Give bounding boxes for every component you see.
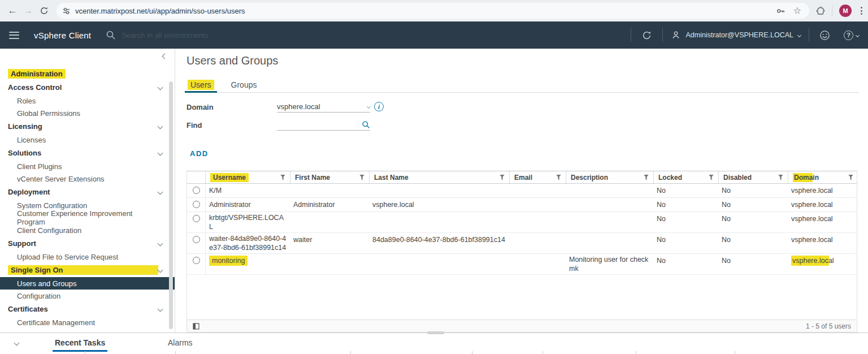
sidebar-item-label: Administration <box>8 69 66 79</box>
tab-recent-tasks[interactable]: Recent Tasks <box>55 338 105 347</box>
sidebar-item-vcenter-server-extensions[interactable]: vCenter Server Extensions <box>0 172 175 185</box>
cell-disabled: No <box>718 233 788 253</box>
cell-text-locked: No <box>657 186 666 195</box>
find-field[interactable] <box>277 119 370 131</box>
sidebar-item-global-permissions[interactable]: Global Permissions <box>0 107 175 119</box>
chevron-down-icon <box>158 189 163 195</box>
cell-text-disabled: No <box>722 200 731 209</box>
sidebar-item-roles[interactable]: Roles <box>0 94 175 107</box>
column-label: Last Name <box>374 174 409 182</box>
filter-icon[interactable] <box>709 175 714 180</box>
browser-back-icon[interactable]: ← <box>5 3 20 19</box>
chevron-down-icon <box>856 33 860 37</box>
cell-last_name: vsphere.local <box>369 198 509 211</box>
address-bar[interactable]: vcenter.matrixpost.net/ui/app/admin/sso-… <box>57 3 809 19</box>
filter-icon[interactable] <box>644 175 649 180</box>
row-radio[interactable] <box>193 257 200 264</box>
hamburger-menu-icon[interactable] <box>9 32 19 39</box>
filter-icon[interactable] <box>778 175 783 180</box>
tab-alarms[interactable]: Alarms <box>168 338 193 347</box>
sidebar-item-customer-experience-improvement-program[interactable]: Customer Experience Improvement Program <box>0 211 175 224</box>
table-row[interactable]: K/MNoNovsphere.local <box>187 184 857 198</box>
row-radio[interactable] <box>193 236 200 243</box>
column-header-email[interactable]: Email <box>509 171 566 183</box>
help-menu[interactable]: ? <box>840 31 862 40</box>
browser-reload-icon[interactable] <box>36 3 52 19</box>
chevron-down-icon <box>797 33 801 37</box>
cell-locked: No <box>653 233 718 253</box>
column-header-disabled[interactable]: Disabled <box>718 171 788 183</box>
cell-email <box>509 184 566 197</box>
bookmark-star-icon[interactable]: ☆ <box>793 6 801 15</box>
sidebar-item-certificate-management[interactable]: Certificate Management <box>0 316 175 329</box>
column-header-username[interactable]: Username <box>205 171 290 183</box>
site-settings-icon[interactable] <box>62 7 71 15</box>
browser-menu-icon[interactable] <box>858 5 865 17</box>
sidebar-item-access-control[interactable]: Access Control <box>0 80 175 94</box>
filter-icon[interactable] <box>556 175 561 180</box>
filter-icon[interactable] <box>359 175 364 180</box>
cell-text-disabled: No <box>722 186 731 195</box>
find-input[interactable] <box>277 120 362 129</box>
user-menu[interactable]: Administrator@VSPHERE.LOCAL <box>671 30 801 40</box>
row-radio[interactable] <box>193 187 200 194</box>
sidebar-item-support[interactable]: Support <box>0 236 175 251</box>
filter-icon[interactable] <box>280 175 285 180</box>
browser-forward-icon[interactable]: → <box>20 3 36 19</box>
horizontal-scrollbar[interactable] <box>427 331 444 334</box>
sidebar-item-client-plugins[interactable]: Client Plugins <box>0 160 175 172</box>
column-header-first-name[interactable]: First Name <box>290 171 369 183</box>
feedback-smiley-icon[interactable] <box>817 30 832 41</box>
info-icon[interactable]: i <box>374 102 384 111</box>
sidebar-item-upload-file-to-service-request[interactable]: Upload File to Service Request <box>0 251 175 263</box>
page-title: Users and Groups <box>186 54 278 67</box>
column-header-description[interactable]: Description <box>566 171 653 183</box>
sidebar-item-label: Single Sign On <box>8 265 158 275</box>
refresh-icon[interactable] <box>639 30 654 41</box>
cell-domain: vsphere.local <box>788 184 857 197</box>
sidebar-item-label: Access Control <box>8 83 158 92</box>
sidebar-item-certificates[interactable]: Certificates <box>0 302 175 316</box>
sidebar-item-licenses[interactable]: Licenses <box>0 133 175 146</box>
column-header-last-name[interactable]: Last Name <box>369 171 509 183</box>
password-key-icon[interactable] <box>776 6 785 16</box>
tab-groups[interactable]: Groups <box>230 78 258 92</box>
cell-text-domain: vsphere.local <box>791 200 833 209</box>
table-row[interactable]: waiter-84da89e0-8640-4e37-8bd6-61bf38991… <box>187 233 857 254</box>
extensions-puzzle-icon[interactable] <box>815 6 825 16</box>
sidebar-item-solutions[interactable]: Solutions <box>0 146 175 160</box>
column-label: Email <box>514 174 532 182</box>
table-row[interactable]: monitoringMonitoring user for checkmkNoN… <box>187 254 857 275</box>
header-divider <box>662 28 663 42</box>
sidebar-scrollbar[interactable] <box>169 81 173 329</box>
table-row[interactable]: krbtgt/VSPHERE.LOCALNoNovsphere.local <box>187 212 857 233</box>
chevron-down-icon <box>158 241 163 247</box>
cell-username: krbtgt/VSPHERE.LOCAL <box>205 212 290 232</box>
cell-description <box>566 212 653 232</box>
filter-icon[interactable] <box>848 175 853 180</box>
cell-first_name <box>290 212 369 232</box>
column-header-locked[interactable]: Locked <box>653 171 718 183</box>
column-label: Username <box>210 173 249 182</box>
sidebar-item-client-configuration[interactable]: Client Configuration <box>0 224 175 236</box>
column-picker-icon[interactable] <box>193 323 199 330</box>
column-header-domain[interactable]: Domain <box>788 171 858 183</box>
sidebar-item-administration[interactable]: Administration <box>0 67 175 80</box>
domain-select[interactable]: vsphere.local <box>277 101 370 113</box>
sidebar-item-single-sign-on[interactable]: Single Sign On <box>0 263 175 277</box>
sidebar-item-configuration[interactable]: Configuration <box>0 290 175 302</box>
tasks-collapse-icon[interactable] <box>14 340 20 346</box>
sidebar-item-deployment[interactable]: Deployment <box>0 185 175 199</box>
filter-icon[interactable] <box>500 175 505 180</box>
tab-users[interactable]: Users <box>186 78 215 92</box>
browser-profile-avatar[interactable]: M <box>839 5 852 17</box>
row-radio[interactable] <box>193 201 200 208</box>
global-search[interactable]: Search in all environments <box>106 30 208 40</box>
sidebar-item-users-and-groups[interactable]: Users and Groups <box>0 277 175 290</box>
sidebar-item-licensing[interactable]: Licensing <box>0 119 175 133</box>
row-radio[interactable] <box>193 215 200 222</box>
cell-disabled: No <box>718 254 788 274</box>
table-row[interactable]: AdministratorAdministratorvsphere.localN… <box>187 198 857 212</box>
add-user-button[interactable]: ADD <box>190 149 209 158</box>
cell-text-description: Monitoring user for checkmk <box>569 255 650 273</box>
